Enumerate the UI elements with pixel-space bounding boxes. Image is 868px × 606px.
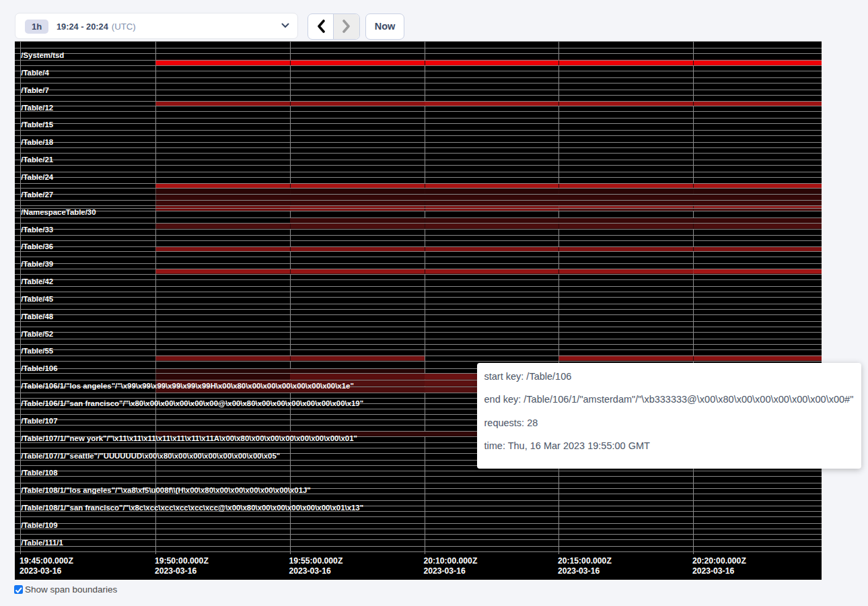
svg-text:/System/tsd: /System/tsd bbox=[21, 51, 64, 59]
svg-text:2023-03-16: 2023-03-16 bbox=[20, 566, 62, 575]
svg-text:2023-03-16: 2023-03-16 bbox=[155, 566, 197, 575]
svg-text:/NamespaceTable/30: /NamespaceTable/30 bbox=[21, 207, 96, 215]
svg-text:/Table/33: /Table/33 bbox=[21, 225, 53, 233]
svg-text:/Table/106/1/"san francisco"/": /Table/106/1/"san francisco"/"\x80\x00\x… bbox=[21, 399, 363, 407]
svg-text:/Table/18: /Table/18 bbox=[21, 138, 53, 146]
svg-text:19:50:00.000Z: 19:50:00.000Z bbox=[155, 556, 209, 565]
svg-text:20:20:00.000Z: 20:20:00.000Z bbox=[692, 556, 747, 565]
svg-text:/Table/111/1: /Table/111/1 bbox=[21, 538, 63, 546]
svg-text:/Table/108/1/"los angeles"/"\x: /Table/108/1/"los angeles"/"\xa8\xf5\u00… bbox=[21, 486, 310, 494]
svg-text:/Table/4: /Table/4 bbox=[21, 68, 49, 76]
svg-text:/Table/24: /Table/24 bbox=[21, 173, 54, 181]
svg-text:/Table/52: /Table/52 bbox=[21, 329, 53, 337]
svg-text:/Table/108/1/"san francisco"/": /Table/108/1/"san francisco"/"\x8c\xcc\x… bbox=[21, 504, 363, 512]
svg-text:/Table/107/1/"seattle"/"UUUUUU: /Table/107/1/"seattle"/"UUUUUUD\x00\x80\… bbox=[21, 451, 280, 459]
svg-text:/Table/39: /Table/39 bbox=[21, 260, 53, 268]
svg-text:/Table/45: /Table/45 bbox=[21, 294, 54, 302]
svg-text:2023-03-16: 2023-03-16 bbox=[558, 566, 600, 575]
svg-text:/Table/7: /Table/7 bbox=[21, 86, 49, 94]
svg-text:/Table/55: /Table/55 bbox=[21, 347, 54, 355]
svg-text:20:10:00.000Z: 20:10:00.000Z bbox=[423, 556, 478, 565]
svg-text:2023-03-16: 2023-03-16 bbox=[692, 566, 735, 575]
svg-text:19:45:00.000Z: 19:45:00.000Z bbox=[20, 556, 74, 565]
svg-text:2023-03-16: 2023-03-16 bbox=[423, 566, 466, 575]
svg-text:/Table/15: /Table/15 bbox=[21, 121, 54, 129]
svg-text:/Table/42: /Table/42 bbox=[21, 277, 53, 285]
svg-text:/Table/108: /Table/108 bbox=[21, 469, 57, 477]
svg-text:/Table/106: /Table/106 bbox=[21, 364, 57, 372]
svg-text:20:15:00.000Z: 20:15:00.000Z bbox=[558, 556, 612, 565]
svg-text:/Table/12: /Table/12 bbox=[21, 103, 53, 111]
svg-text:/Table/106/1/"los angeles"/"\x: /Table/106/1/"los angeles"/"\x99\x99\x99… bbox=[21, 382, 353, 390]
svg-text:/Table/107: /Table/107 bbox=[21, 416, 57, 424]
svg-text:/Table/107/1/"new york"/"\x11\: /Table/107/1/"new york"/"\x11\x11\x11\x1… bbox=[21, 434, 357, 442]
svg-text:/Table/48: /Table/48 bbox=[21, 312, 53, 320]
svg-text:/Table/21: /Table/21 bbox=[21, 156, 54, 164]
svg-text:19:55:00.000Z: 19:55:00.000Z bbox=[289, 556, 343, 565]
svg-text:/Table/27: /Table/27 bbox=[21, 190, 53, 198]
svg-text:/Table/36: /Table/36 bbox=[21, 242, 53, 250]
svg-text:2023-03-16: 2023-03-16 bbox=[289, 566, 331, 575]
svg-text:/Table/109: /Table/109 bbox=[21, 520, 57, 529]
